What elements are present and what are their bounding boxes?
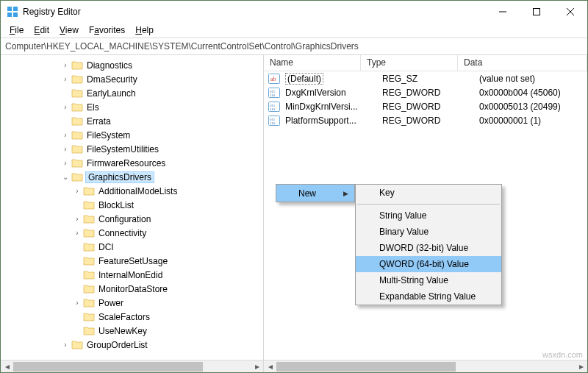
tree-item-label: EarlyLaunch — [85, 88, 137, 99]
menu-help[interactable]: Help — [131, 24, 158, 36]
submenu-dword[interactable]: DWORD (32-bit) Value — [356, 240, 501, 256]
value-data: (value not set) — [475, 74, 587, 84]
value-data: 0x0000b004 (45060) — [475, 88, 587, 98]
context-menu: New ▶ — [276, 184, 355, 202]
chevron-right-icon[interactable]: › — [71, 229, 83, 237]
scroll-track[interactable] — [13, 360, 251, 373]
submenu-multi[interactable]: Multi-String Value — [356, 272, 501, 288]
tree-item[interactable]: BlockList — [1, 198, 263, 212]
tree-item[interactable]: ScaleFactors — [1, 310, 263, 324]
tree-item[interactable]: DCI — [1, 240, 263, 254]
key-tree[interactable]: ›Diagnostics›DmaSecurityEarlyLaunch›ElsE… — [1, 55, 263, 360]
folder-icon — [71, 60, 83, 71]
submenu-expand[interactable]: Expandable String Value — [356, 288, 501, 305]
tree-item-label: Power — [97, 298, 125, 308]
address-bar[interactable]: Computer\HKEY_LOCAL_MACHINE\SYSTEM\Curre… — [1, 38, 587, 55]
tree-item[interactable]: InternalMonEdid — [1, 268, 263, 282]
binary-value-icon — [268, 115, 280, 127]
tree-item-label: DCI — [97, 242, 115, 252]
chevron-right-icon[interactable]: › — [60, 341, 71, 349]
chevron-down-icon[interactable]: ⌄ — [60, 173, 71, 181]
titlebar: Registry Editor — [1, 1, 587, 23]
value-row[interactable]: DxgKrnlVersionREG_DWORD0x0000b004 (45060… — [264, 85, 587, 99]
chevron-right-icon[interactable]: › — [71, 215, 83, 223]
tree-item[interactable]: ›GroupOrderList — [1, 338, 263, 352]
tree-item[interactable]: MonitorDataStore — [1, 282, 263, 296]
minimize-button[interactable] — [486, 1, 520, 23]
chevron-right-icon[interactable]: › — [60, 61, 71, 69]
context-menu-new[interactable]: New ▶ — [276, 185, 354, 202]
close-button[interactable] — [553, 1, 587, 23]
tree-hscrollbar[interactable]: ◂ ▸ — [1, 360, 263, 372]
value-name: (Default) — [281, 73, 378, 85]
menu-view[interactable]: View — [55, 24, 83, 36]
tree-item-label: Connectivity — [97, 228, 148, 238]
col-data[interactable]: Data — [458, 55, 587, 71]
tree-item[interactable]: ›Diagnostics — [1, 58, 263, 72]
col-name[interactable]: Name — [264, 55, 361, 71]
window-frame: Registry Editor File Edit View Favorites… — [0, 0, 588, 373]
scroll-right-button[interactable]: ▸ — [251, 360, 263, 373]
tree-item[interactable]: FeatureSetUsage — [1, 254, 263, 268]
tree-item[interactable]: ›Els — [1, 100, 263, 114]
folder-icon — [83, 241, 95, 253]
tree-item-label: DmaSecurity — [85, 74, 139, 85]
tree-item[interactable]: ›DmaSecurity — [1, 72, 263, 86]
value-row[interactable]: MinDxgKrnlVersi...REG_DWORD0x00005013 (2… — [264, 99, 587, 113]
folder-icon — [71, 74, 83, 85]
tree-item-label: BlockList — [97, 200, 135, 210]
folder-icon — [71, 129, 83, 141]
value-row[interactable]: PlatformSupport...REG_DWORD0x00000001 (1… — [264, 113, 587, 127]
tree-item[interactable]: EarlyLaunch — [1, 86, 263, 100]
scroll-left-button[interactable]: ◂ — [264, 360, 276, 373]
tree-item[interactable]: ⌄GraphicsDrivers — [1, 170, 263, 184]
tree-item[interactable]: UseNewKey — [1, 324, 263, 338]
chevron-right-icon[interactable]: › — [71, 187, 83, 195]
submenu-key[interactable]: Key — [356, 185, 501, 201]
value-name: MinDxgKrnlVersi... — [281, 102, 378, 112]
svg-rect-1 — [13, 7, 18, 11]
scroll-right-button[interactable]: ▸ — [575, 360, 587, 373]
value-type: REG_DWORD — [378, 88, 475, 98]
svg-rect-5 — [534, 9, 540, 15]
chevron-right-icon[interactable]: › — [60, 131, 71, 139]
submenu-binary[interactable]: Binary Value — [356, 224, 501, 240]
window-title: Registry Editor — [23, 7, 81, 17]
tree-item[interactable]: ›FileSystem — [1, 128, 263, 142]
tree-item-label: Els — [85, 102, 101, 113]
tree-item-label: FileSystem — [85, 130, 132, 141]
chevron-right-icon[interactable]: › — [71, 299, 83, 307]
close-icon — [567, 8, 574, 15]
scroll-left-button[interactable]: ◂ — [1, 360, 13, 373]
tree-item[interactable]: ›FileSystemUtilities — [1, 142, 263, 156]
chevron-right-icon[interactable]: › — [60, 145, 71, 153]
chevron-right-icon[interactable]: › — [60, 75, 71, 83]
tree-item[interactable]: ›FirmwareResources — [1, 156, 263, 170]
tree-item[interactable]: ›Configuration — [1, 212, 263, 226]
menu-file[interactable]: File — [5, 24, 28, 36]
tree-item-label: InternalMonEdid — [97, 270, 164, 280]
tree-item[interactable]: ›Power — [1, 296, 263, 310]
folder-icon — [71, 88, 83, 99]
list-hscrollbar[interactable]: ◂ ▸ — [264, 360, 587, 372]
value-data: 0x00000001 (1) — [475, 116, 587, 126]
value-row[interactable]: (Default)REG_SZ(value not set) — [264, 71, 587, 85]
chevron-right-icon[interactable]: › — [60, 103, 71, 111]
tree-item[interactable]: ›Connectivity — [1, 226, 263, 240]
menu-favorites[interactable]: Favorites — [85, 24, 129, 36]
submenu-qword[interactable]: QWORD (64-bit) Value — [356, 256, 501, 272]
scroll-track[interactable] — [276, 360, 575, 373]
tree-item[interactable]: ›AdditionalModeLists — [1, 184, 263, 198]
chevron-right-icon[interactable]: › — [60, 159, 71, 167]
menu-edit[interactable]: Edit — [29, 24, 54, 36]
list-header: Name Type Data — [264, 55, 587, 71]
maximize-button[interactable] — [520, 1, 553, 23]
svg-rect-0 — [7, 7, 12, 11]
tree-item-label: AdditionalModeLists — [97, 186, 179, 196]
tree-item[interactable]: Errata — [1, 114, 263, 128]
col-type[interactable]: Type — [361, 55, 458, 71]
submenu-string[interactable]: String Value — [356, 207, 501, 224]
tree-item-label: FeatureSetUsage — [97, 256, 169, 266]
app-icon — [7, 6, 18, 18]
menubar: File Edit View Favorites Help — [1, 23, 587, 38]
